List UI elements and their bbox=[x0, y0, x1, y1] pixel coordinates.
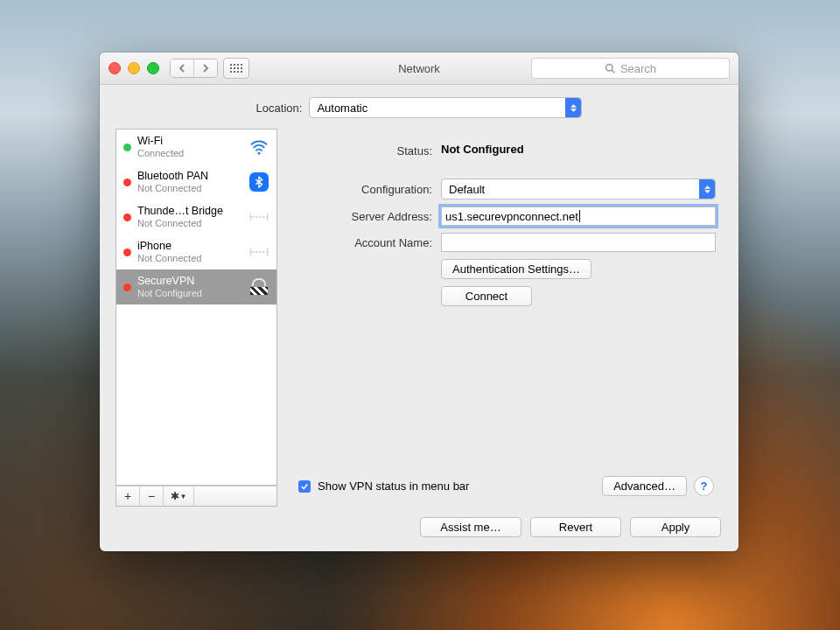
svg-point-0 bbox=[606, 65, 612, 72]
server-address-label: Server Address: bbox=[297, 210, 432, 223]
nav-back-forward bbox=[170, 59, 218, 78]
service-sidebar: Wi-Fi Connected Bluetooth PAN Not Connec… bbox=[116, 129, 277, 507]
location-row: Location: Automatic bbox=[100, 85, 738, 129]
show-vpn-label: Show VPN status in menu bar bbox=[318, 480, 469, 493]
sidebar-footer: + − ✱▼ bbox=[116, 486, 277, 507]
location-label: Location: bbox=[256, 102, 303, 115]
service-name: SecureVPN bbox=[137, 275, 244, 287]
svg-marker-5 bbox=[704, 186, 710, 189]
vpn-form: Configuration: Default Server Address: u… bbox=[297, 178, 716, 306]
service-name: iPhone bbox=[137, 240, 244, 252]
detail-panel: Status: Not Configured Configuration: De… bbox=[290, 129, 723, 507]
svg-line-1 bbox=[612, 70, 614, 73]
sidebar-item-iphone[interactable]: iPhone Not Connected bbox=[116, 234, 276, 270]
sidebar-item-wifi[interactable]: Wi-Fi Connected bbox=[116, 130, 276, 164]
minimize-window-button[interactable] bbox=[128, 62, 140, 74]
authentication-settings-button[interactable]: Authentication Settings… bbox=[441, 259, 592, 279]
status-dot-icon bbox=[123, 284, 131, 291]
window-controls bbox=[108, 62, 159, 74]
service-status: Connected bbox=[137, 147, 244, 159]
vpn-lock-icon bbox=[247, 276, 271, 298]
svg-marker-6 bbox=[704, 190, 710, 193]
service-name: Bluetooth PAN bbox=[137, 170, 244, 182]
bottom-row: Show VPN status in menu bar Advanced… ? bbox=[297, 469, 716, 507]
configuration-popup[interactable]: Default bbox=[441, 178, 716, 200]
status-dot-icon bbox=[123, 248, 131, 256]
chevron-updown-icon bbox=[699, 179, 715, 199]
bluetooth-icon bbox=[247, 172, 271, 192]
configuration-value: Default bbox=[449, 183, 485, 196]
svg-point-4 bbox=[258, 152, 261, 155]
service-name: Thunde…t Bridge bbox=[137, 205, 244, 217]
search-icon bbox=[605, 63, 615, 74]
body: Wi-Fi Connected Bluetooth PAN Not Connec… bbox=[100, 129, 738, 517]
forward-button[interactable] bbox=[193, 60, 217, 77]
service-status: Not Configured bbox=[137, 287, 244, 299]
wifi-icon bbox=[247, 136, 271, 158]
account-name-field[interactable] bbox=[441, 233, 716, 252]
gear-icon: ✱ bbox=[171, 490, 179, 502]
footer: Assist me… Revert Apply bbox=[100, 517, 738, 551]
show-all-button[interactable] bbox=[223, 58, 249, 79]
service-status: Not Connected bbox=[137, 252, 244, 264]
search-placeholder: Search bbox=[620, 62, 656, 75]
assist-me-button[interactable]: Assist me… bbox=[420, 517, 522, 537]
show-vpn-checkbox[interactable] bbox=[298, 480, 311, 493]
network-prefpane-window: Network Search Location: Automatic Wi-Fi bbox=[100, 52, 738, 551]
server-address-field[interactable]: us1.securevpnconnect.net bbox=[441, 206, 716, 226]
thunderbolt-bridge-icon bbox=[247, 242, 271, 262]
location-value: Automatic bbox=[317, 102, 368, 115]
location-popup[interactable]: Automatic bbox=[309, 97, 582, 118]
configuration-label: Configuration: bbox=[297, 183, 432, 196]
apply-button[interactable]: Apply bbox=[630, 517, 721, 537]
server-address-value: us1.securevpnconnect.net bbox=[445, 210, 578, 223]
status-dot-icon bbox=[123, 144, 131, 151]
status-dot-icon bbox=[123, 178, 131, 186]
chevron-updown-icon bbox=[565, 98, 581, 117]
titlebar: Network Search bbox=[100, 52, 738, 85]
sidebar-item-securevpn[interactable]: SecureVPN Not Configured bbox=[116, 270, 276, 304]
connect-button[interactable]: Connect bbox=[441, 286, 532, 306]
status-row: Status: Not Configured bbox=[297, 132, 716, 178]
service-status: Not Connected bbox=[137, 217, 244, 229]
help-button[interactable]: ? bbox=[694, 476, 714, 496]
status-label: Status: bbox=[297, 143, 432, 158]
search-field[interactable]: Search bbox=[531, 58, 730, 79]
revert-button[interactable]: Revert bbox=[530, 517, 621, 537]
remove-service-button[interactable]: − bbox=[140, 486, 164, 506]
zoom-window-button[interactable] bbox=[147, 62, 159, 74]
service-name: Wi-Fi bbox=[137, 135, 244, 147]
back-button[interactable] bbox=[171, 60, 193, 77]
thunderbolt-bridge-icon bbox=[247, 206, 271, 228]
add-service-button[interactable]: + bbox=[116, 486, 140, 506]
status-value: Not Configured bbox=[441, 143, 524, 156]
service-status: Not Connected bbox=[137, 182, 244, 194]
sidebar-item-thunderbolt-bridge[interactable]: Thunde…t Bridge Not Connected bbox=[116, 200, 276, 234]
svg-marker-3 bbox=[570, 108, 577, 112]
status-dot-icon bbox=[123, 214, 131, 221]
service-actions-button[interactable]: ✱▼ bbox=[164, 486, 194, 506]
svg-marker-2 bbox=[570, 104, 577, 108]
check-icon bbox=[300, 482, 309, 491]
sidebar-item-bluetooth-pan[interactable]: Bluetooth PAN Not Connected bbox=[116, 164, 276, 200]
grid-icon bbox=[230, 64, 242, 73]
advanced-button[interactable]: Advanced… bbox=[602, 476, 687, 496]
close-window-button[interactable] bbox=[108, 62, 121, 74]
service-list: Wi-Fi Connected Bluetooth PAN Not Connec… bbox=[116, 129, 277, 486]
account-name-label: Account Name: bbox=[297, 236, 432, 249]
